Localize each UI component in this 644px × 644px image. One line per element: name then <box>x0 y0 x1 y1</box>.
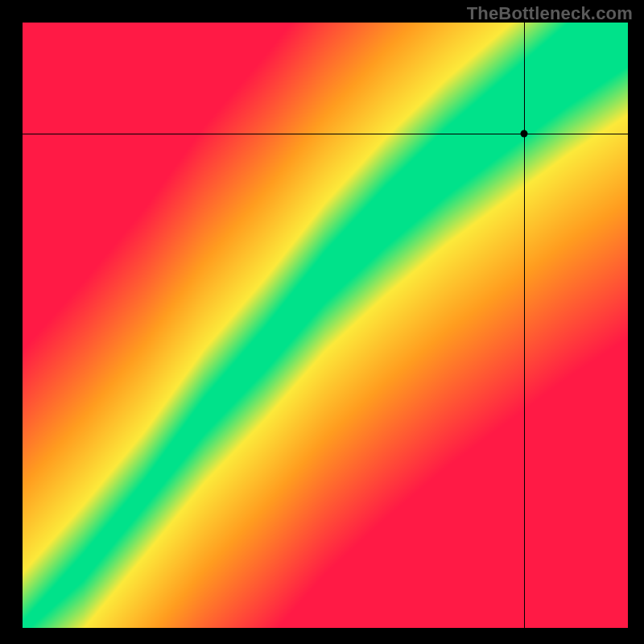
crosshair-vertical <box>524 23 525 628</box>
watermark-text: TheBottleneck.com <box>467 3 633 24</box>
selected-point-marker <box>520 130 527 137</box>
heatmap-canvas <box>23 23 628 628</box>
crosshair-horizontal <box>23 134 628 134</box>
chart-container: TheBottleneck.com <box>0 0 644 644</box>
heatmap-plot <box>23 23 628 628</box>
